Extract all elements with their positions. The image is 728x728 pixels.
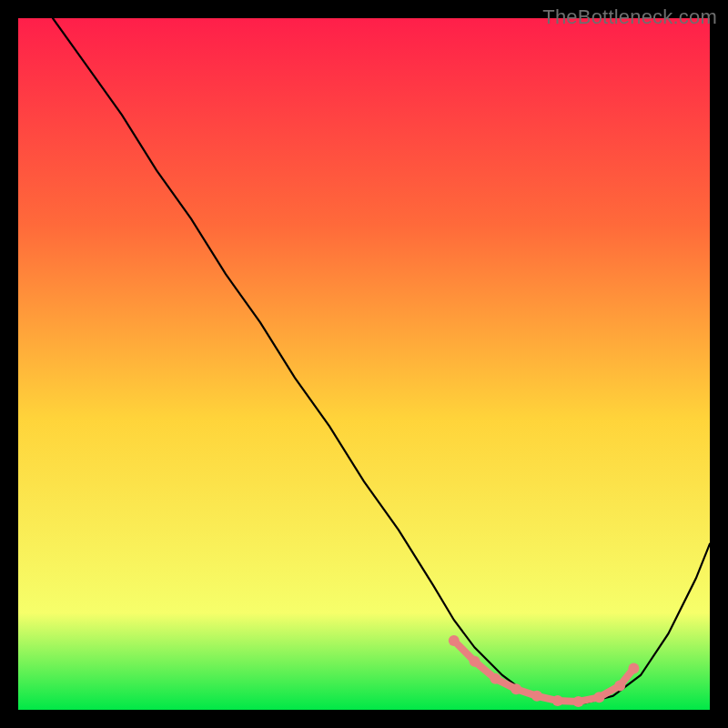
bottleneck-chart (18, 18, 710, 710)
chart-stage: TheBottleneck.com (0, 0, 728, 728)
watermark-text: TheBottleneck.com (542, 5, 717, 29)
gradient-background (18, 18, 710, 710)
